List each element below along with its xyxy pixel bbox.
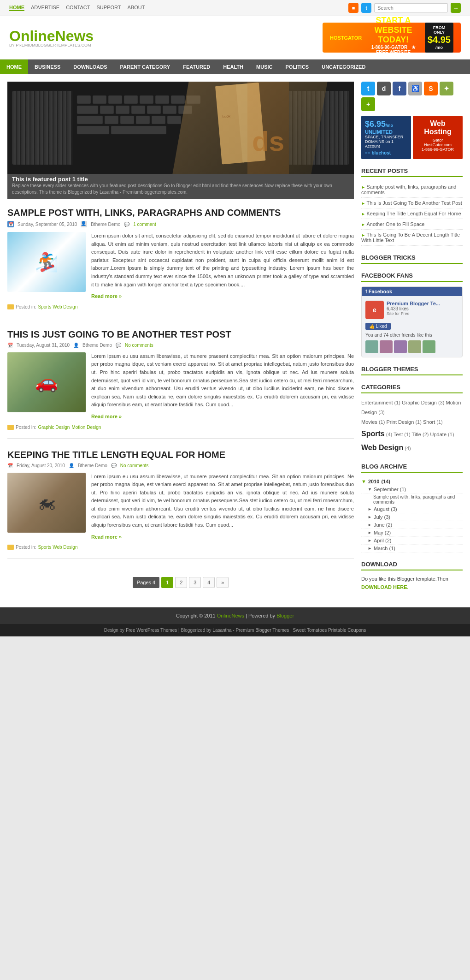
top-nav-home[interactable]: HOME [9,5,24,11]
hostgator-ad[interactable]: Web Hosting GatorHostGator.com1-866-96-G… [413,116,463,159]
calendar-icon-3: 📅 [7,463,13,468]
archive-mar-link[interactable]: March (1) [374,546,395,551]
archive-jul-link[interactable]: July (3) [374,514,390,520]
post-2-category2[interactable]: Motion Design [71,425,101,430]
search-go-button[interactable]: → [451,3,461,13]
footer-free-wp[interactable]: Free WordPress Themes [126,628,177,633]
google-social-icon[interactable]: + [361,97,375,111]
header-advertisement[interactable]: HOSTGATOR START A WEBSITE TODAY! 1-866-9… [323,23,461,53]
cat-test[interactable]: Test [394,432,403,437]
footer-site-name[interactable]: OnlineNews [217,613,244,618]
archive-jun-link[interactable]: June (2) [374,522,392,528]
top-nav-contact[interactable]: CONTACT [66,5,90,11]
archive-august[interactable]: ► August (3) [361,505,463,513]
page-3[interactable]: 3 [189,577,201,588]
post-1-comments[interactable]: 1 comment [133,222,156,227]
nav-downloads[interactable]: DOWNLOADS [67,59,113,74]
twitter-icon[interactable]: t [361,3,371,13]
cat-sports[interactable]: Sports [361,430,385,438]
page-2[interactable]: 2 [175,577,187,588]
blogger-tricks-title: BLOGGER TRICKS [361,254,463,264]
fb-like-button[interactable]: 👍 Liked [365,323,391,330]
archive-post-link[interactable]: Sample post with, links, paragraphs and … [373,494,455,505]
svg-rect-2 [93,95,106,104]
top-bar: HOME ADVERTISE CONTACT SUPPORT ABOUT ■ t… [0,0,470,16]
nav-music[interactable]: MUSIC [250,59,279,74]
top-nav-advertise[interactable]: ADVERTISE [31,5,59,11]
archive-apr-link[interactable]: April (2) [374,538,392,543]
svg-rect-1 [77,95,91,104]
top-nav-about[interactable]: ABOUT [128,5,145,11]
cat-update[interactable]: Update [430,432,446,437]
post-1-read-more[interactable]: Read more [91,292,122,301]
archive-sep-link[interactable]: September (1) [374,487,406,492]
archive-september[interactable]: ▼ September (1) [361,486,463,493]
fb-avatar-4 [408,340,421,353]
nav-business[interactable]: BUSINESS [28,59,67,74]
nav-politics[interactable]: POLITICS [279,59,315,74]
recent-post-link-2[interactable]: This is Just Going To Be Another Test Po… [366,200,462,206]
svg-rect-14 [163,106,176,114]
nav-health[interactable]: HEALTH [217,59,250,74]
fb-page-name[interactable]: Premium Blogger Te... [387,301,440,306]
search-input[interactable] [374,3,448,12]
archive-may[interactable]: ► May (2) [361,529,463,537]
footer-bloggerized: Bloggerized by [181,628,211,633]
featured-slider: book ds This is featured post 1 title Re… [7,82,354,199]
cat-short[interactable]: Short [423,419,435,425]
svg-rect-15 [178,106,192,114]
post-2-thumb-icon: 🚗 [35,371,58,393]
site-footer: Copyright © 2011 OnlineNews | Powered by… [0,607,470,624]
post-2-read-more[interactable]: Read more [91,413,122,421]
footer-sweet[interactable]: Sweet Tomatoes Printable Coupons [293,628,366,633]
facebook-social-icon[interactable]: f [393,82,406,95]
archive-may-link[interactable]: May (2) [374,530,391,535]
cat-entertainment[interactable]: Entertainment [361,400,393,405]
myspace-social-icon[interactable]: ♿ [408,82,422,95]
archive-april[interactable]: ► April (2) [361,537,463,545]
nav-uncategorized[interactable]: UNCATEGORIZED [315,59,372,74]
cat-print-design[interactable]: Print Design [386,419,414,425]
post-3-read-more[interactable]: Read more [91,533,122,541]
recent-post-link-5[interactable]: This Is Going To Be A Decent Length Titl… [361,232,460,243]
page-1[interactable]: 1 [161,577,173,588]
archive-july[interactable]: ► July (3) [361,513,463,521]
post-2-category1[interactable]: Graphic Design [38,425,70,430]
cat-web-design[interactable]: Web Design [361,444,403,451]
post-2-comments[interactable]: No comments [125,343,153,348]
archive-june[interactable]: ► June (2) [361,521,463,529]
archive-aug-link[interactable]: August (3) [374,506,397,512]
recent-post-link-3[interactable]: Keeping The Title Length Equal For Home [366,211,461,216]
recent-post-link-4[interactable]: Another One to Fill Space [366,221,424,227]
nav-home[interactable]: HOME [0,59,28,74]
rss-icon[interactable]: ■ [348,3,358,13]
post-1-category[interactable]: Sports Web Design [38,304,77,309]
bluehost-ad[interactable]: $6.95/mo UNLIMITED SPACE, TRANSFER DOMAI… [361,116,411,159]
footer-lasantha[interactable]: Lasantha - Premium Blogger Themes [212,628,289,633]
cat-movies[interactable]: Movies [361,419,377,425]
svg-rect-3 [108,95,122,104]
page-4[interactable]: 4 [203,577,215,588]
post-3-comments[interactable]: No comments [120,463,149,468]
stumble-social-icon[interactable]: S [424,82,438,95]
nav-parent-category[interactable]: PARENT CATEGORY [114,59,177,74]
month-tri-jun: ► [368,523,372,527]
post-2-category-label: Posted in: [16,425,36,430]
page-next[interactable]: » [217,577,229,588]
post-3-category[interactable]: Sports Web Design [38,545,77,550]
fb-avatars [365,340,458,353]
archive-year-2010[interactable]: ▼ 2010 (14) [361,477,463,486]
download-link[interactable]: DOWNLOAD HERE. [361,584,409,590]
delicious-social-icon[interactable]: ✦ [440,82,453,95]
footer-blogger[interactable]: Blogger [276,613,294,618]
twitter-social-icon[interactable]: t [361,82,375,95]
digg-social-icon[interactable]: d [377,82,391,95]
author-icon-3: 👤 [69,463,74,468]
nav-featured[interactable]: FEATURED [176,59,217,74]
cat-graphic-design[interactable]: Graphic Design [402,400,437,405]
cat-title[interactable]: Title [412,432,421,437]
top-nav-support[interactable]: SUPPORT [97,5,121,11]
recent-post-link-1[interactable]: Sample post with, links, paragraphs and … [361,184,456,195]
archive-march[interactable]: ► March (1) [361,545,463,552]
fb-avatar-2 [380,340,393,353]
